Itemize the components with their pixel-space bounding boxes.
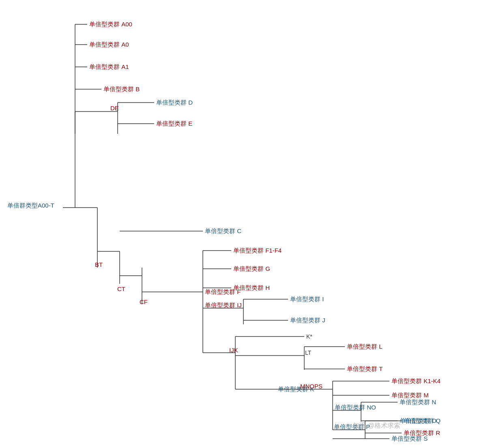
label-H: 单倍型类群 H (233, 284, 270, 291)
label-BT: BT (95, 261, 103, 268)
label-A0: 单倍型类群 A0 (89, 41, 129, 48)
label-L: 单倍型类群 L (347, 343, 383, 350)
label-A00: 单倍型类群 A00 (89, 21, 132, 28)
label-G: 单倍型类群 G (233, 265, 270, 272)
label-CT: CT (117, 285, 125, 292)
label-N: 单倍型类群 N (400, 399, 436, 405)
label-B: 单倍型类群 B (103, 86, 140, 92)
label-I: 单倍型类群 I (290, 296, 324, 302)
label-A1: 单倍型类群 A1 (89, 63, 129, 70)
label-S: 单倍型类群 S (391, 435, 428, 442)
label-M: 单倍型类群 M (391, 392, 429, 399)
label-DE: DE (110, 105, 119, 111)
label-Kstar: K* (306, 333, 312, 340)
label-T: 单倍型类群 T (347, 365, 383, 372)
label-K1K4: 单倍型类群 K1-K4 (391, 377, 441, 384)
watermark: 知乎 @格术求索 (353, 422, 400, 429)
tree-container: 单倍群类型A00-T 单倍型类群 A00 单倍型类群 A0 单倍型类群 A1 单… (0, 0, 501, 448)
label-C: 单倍型类群 C (205, 227, 241, 234)
label-MNOPS: MNOPS (300, 383, 323, 390)
label-IJ: 单倍型类群 IJ (205, 302, 242, 309)
label-LT: LT (305, 349, 312, 356)
label-CF: CF (140, 298, 148, 305)
label-E: 单倍型类群 E (156, 120, 192, 127)
label-Q: 单倍型类群 Q (404, 417, 441, 424)
label-IJK: IJK (229, 347, 238, 354)
label-NO: 单倍型类群 NO (335, 404, 376, 411)
label-J: 单倍型类群 J (290, 317, 325, 324)
label-D: 单倍型类群 D (156, 99, 193, 106)
label-F1F4: 单倍型类群 F1-F4 (233, 247, 282, 254)
root-label: 单倍群类型A00-T (7, 202, 54, 209)
